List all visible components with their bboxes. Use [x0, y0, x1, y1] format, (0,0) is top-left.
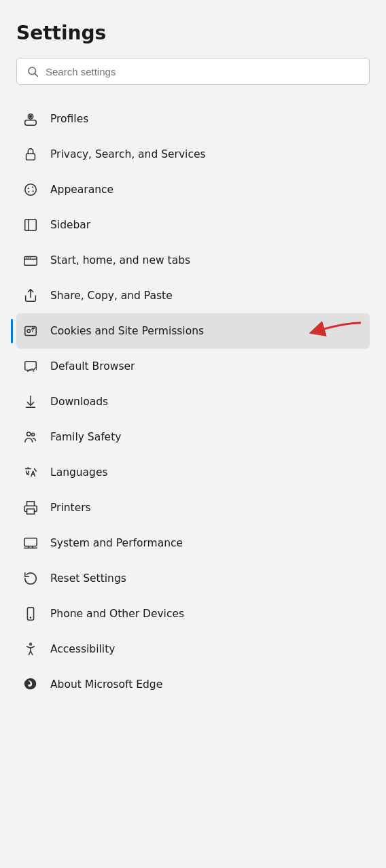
sidebar-item-cookies-label: Cookies and Site Permissions [50, 325, 204, 337]
edge-icon [22, 676, 39, 693]
sidebar-item-phone-label: Phone and Other Devices [50, 608, 184, 620]
svg-line-29 [35, 469, 37, 472]
sidebar-item-about-label: About Microsoft Edge [50, 678, 162, 691]
sidebar-item-profiles-label: Profiles [50, 113, 88, 125]
svg-point-14 [27, 257, 28, 258]
sidebar-item-printers-label: Printers [50, 502, 91, 514]
svg-rect-11 [25, 220, 37, 231]
sidebar-item-default-browser[interactable]: Default Browser [16, 349, 370, 384]
settings-page: Settings Profiles [0, 0, 386, 724]
sidebar-item-sidebar-label: Sidebar [50, 219, 90, 231]
browser-icon [22, 358, 39, 375]
languages-icon [22, 464, 39, 481]
sidebar-item-languages[interactable]: Languages [16, 455, 370, 490]
svg-line-1 [35, 73, 37, 76]
svg-point-20 [32, 330, 33, 332]
svg-point-19 [27, 330, 31, 333]
svg-point-8 [32, 186, 33, 188]
sidebar-item-default-browser-label: Default Browser [50, 360, 135, 372]
sidebar-item-reset[interactable]: Reset Settings [16, 561, 370, 596]
start-icon [22, 251, 39, 269]
sidebar-item-downloads[interactable]: Downloads [16, 384, 370, 419]
svg-point-37 [30, 643, 32, 645]
sidebar-item-system[interactable]: System and Performance [16, 525, 370, 561]
phone-icon [22, 605, 39, 623]
reset-icon [22, 570, 39, 587]
sidebar-item-cookies[interactable]: Cookies and Site Permissions [16, 313, 370, 349]
sidebar-item-profiles[interactable]: Profiles [16, 101, 370, 137]
svg-point-9 [33, 190, 34, 192]
search-box[interactable] [16, 58, 370, 85]
page-title: Settings [16, 22, 370, 44]
family-icon [22, 428, 39, 446]
sidebar-item-start-label: Start, home, and new tabs [50, 254, 190, 266]
privacy-icon [22, 145, 39, 163]
sidebar-item-appearance[interactable]: Appearance [16, 172, 370, 207]
cookies-icon [22, 322, 39, 340]
sidebar-item-about[interactable]: About Microsoft Edge [16, 667, 370, 702]
svg-point-15 [28, 257, 29, 258]
svg-point-10 [28, 191, 29, 192]
sidebar-item-downloads-label: Downloads [50, 396, 108, 408]
svg-point-16 [30, 257, 31, 258]
download-icon [22, 393, 39, 411]
sidebar-item-accessibility[interactable]: Accessibility [16, 631, 370, 667]
svg-rect-5 [27, 154, 35, 160]
sidebar-item-share-label: Share, Copy, and Paste [50, 290, 173, 302]
svg-rect-3 [25, 120, 37, 125]
sidebar-item-system-label: System and Performance [50, 537, 183, 549]
svg-rect-30 [27, 509, 35, 514]
sidebar-item-family-label: Family Safety [50, 431, 121, 443]
sidebar-item-privacy-label: Privacy, Search, and Services [50, 148, 206, 160]
sidebar-item-privacy[interactable]: Privacy, Search, and Services [16, 137, 370, 172]
accessibility-icon [22, 640, 39, 658]
nav-list: Profiles Privacy, Search, and Services [16, 101, 370, 702]
search-input[interactable] [46, 66, 359, 77]
sidebar-item-accessibility-label: Accessibility [50, 643, 115, 655]
svg-point-27 [27, 432, 31, 436]
sidebar-item-languages-label: Languages [50, 466, 108, 479]
svg-rect-31 [24, 538, 37, 546]
annotation-arrow [303, 317, 364, 345]
svg-point-28 [32, 433, 35, 436]
sidebar-icon [22, 216, 39, 234]
profile-icon [22, 110, 39, 128]
sidebar-item-phone[interactable]: Phone and Other Devices [16, 596, 370, 631]
printer-icon [22, 499, 39, 517]
sidebar-item-family[interactable]: Family Safety [16, 419, 370, 455]
svg-point-4 [29, 115, 33, 118]
search-icon [27, 65, 39, 77]
appearance-icon [22, 181, 39, 198]
svg-point-7 [28, 188, 29, 189]
sidebar-item-start[interactable]: Start, home, and new tabs [16, 243, 370, 278]
svg-point-6 [25, 184, 37, 196]
share-icon [22, 287, 39, 305]
sidebar-item-share[interactable]: Share, Copy, and Paste [16, 278, 370, 313]
sidebar-item-sidebar[interactable]: Sidebar [16, 207, 370, 243]
sidebar-item-printers[interactable]: Printers [16, 490, 370, 525]
system-icon [22, 534, 39, 552]
sidebar-item-reset-label: Reset Settings [50, 572, 126, 585]
sidebar-item-appearance-label: Appearance [50, 184, 113, 196]
